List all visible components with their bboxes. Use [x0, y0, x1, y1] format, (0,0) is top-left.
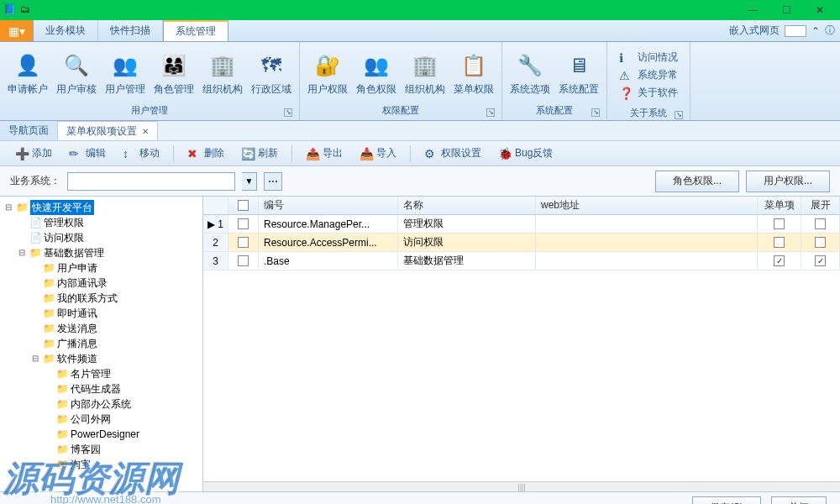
grid-header-cell[interactable]: 菜单项	[758, 197, 801, 214]
file-menu-button[interactable]: ▦▾	[0, 20, 34, 41]
doc-tab-0[interactable]: 导航页面	[0, 121, 58, 140]
doc-tab-1[interactable]: 菜单权限项设置✕	[58, 121, 158, 140]
menu-tab-1[interactable]: 快件扫描	[98, 20, 163, 41]
tree-expander-icon[interactable]: ⊟	[17, 245, 27, 260]
tree-node-14[interactable]: 📁公司外网	[2, 412, 201, 427]
group-launcher-icon[interactable]: ↘	[675, 111, 683, 119]
tree-node-7[interactable]: 📁即时通讯	[2, 306, 201, 321]
cell-code: .Base	[259, 252, 398, 270]
ribbon-icon: 👤	[14, 52, 41, 79]
cell-expand-checkbox[interactable]: ✓	[801, 252, 840, 270]
table-row[interactable]: 2Resource.AccessPermi...访问权限	[203, 234, 840, 252]
tree-node-1[interactable]: 📄管理权限	[2, 215, 201, 230]
ribbon-btn-2-0[interactable]: 🔧系统选项	[506, 45, 554, 102]
grid-header-cell[interactable]: 编号	[259, 197, 398, 214]
group-launcher-icon[interactable]: ↘	[591, 108, 600, 117]
group-launcher-icon[interactable]: ↘	[284, 108, 292, 117]
grid-header-cell[interactable]	[203, 197, 228, 214]
maximize-button[interactable]: ☐	[769, 0, 803, 20]
tool-btn-7[interactable]: 📤导出	[299, 144, 349, 163]
tree-node-6[interactable]: 📁我的联系方式	[2, 291, 201, 306]
ribbon-btn-2-1[interactable]: 🖥系统配置	[554, 45, 603, 102]
grid-header-cell[interactable]	[228, 197, 259, 214]
cell-menu-checkbox[interactable]: ✓	[758, 252, 801, 270]
tree-node-12[interactable]: 📁代码生成器	[2, 381, 201, 396]
tree-node-17[interactable]: 📁淘宝	[2, 457, 201, 472]
close-page-button[interactable]: 关闭	[771, 496, 827, 504]
collapse-ribbon-icon[interactable]: ⌃	[811, 25, 820, 37]
qat-icon[interactable]: 🗂	[20, 3, 34, 17]
ribbon-btn-1-1[interactable]: 👥角色权限	[352, 45, 401, 102]
ribbon-btn-1-0[interactable]: 🔐用户权限	[303, 45, 352, 102]
ribbon-btn-1-2[interactable]: 🏢组织机构	[401, 45, 449, 102]
doc-tab-label: 导航页面	[8, 123, 49, 138]
ribbon-btn-0-1[interactable]: 🔍用户审核	[52, 45, 101, 102]
close-icon[interactable]: ✕	[142, 127, 149, 136]
ribbon-link-2[interactable]: ❓关于软件	[619, 86, 678, 100]
tree-node-9[interactable]: 📁广播消息	[2, 336, 201, 351]
tool-btn-11[interactable]: 🐞Bug反馈	[491, 144, 559, 163]
tree-node-11[interactable]: 📁名片管理	[2, 366, 201, 381]
minimize-button[interactable]: —	[736, 0, 769, 20]
system-input[interactable]	[67, 172, 235, 191]
ribbon-link-1[interactable]: ⚠系统异常	[619, 68, 678, 82]
ribbon-btn-0-0[interactable]: 👤申请帐户	[3, 45, 52, 102]
tool-label: Bug反馈	[515, 146, 553, 160]
system-dropdown-button[interactable]: ▼	[242, 172, 257, 191]
tree-node-8[interactable]: 📁发送消息	[2, 321, 201, 336]
ribbon-btn-0-2[interactable]: 👥用户管理	[101, 45, 150, 102]
tree-node-3[interactable]: ⊟📁基础数据管理	[2, 245, 201, 260]
ribbon-group-links: ℹ访问情况⚠系统异常❓关于软件关于系统↘	[607, 42, 690, 120]
grid-scrollbar[interactable]: ||||	[203, 481, 840, 491]
tool-btn-0[interactable]: ➕添加	[8, 144, 59, 163]
row-checkbox[interactable]	[228, 252, 259, 270]
tree-expander-icon[interactable]: ⊟	[3, 200, 13, 215]
cell-name: 访问权限	[398, 234, 536, 251]
user-permission-button[interactable]: 用户权限...	[746, 171, 830, 192]
row-checkbox[interactable]	[228, 234, 259, 251]
tree-panel[interactable]: ⊟📁快速开发平台📄管理权限📄访问权限⊟📁基础数据管理📁用户申请📁内部通讯录📁我的…	[0, 197, 203, 491]
row-checkbox[interactable]	[228, 215, 259, 233]
cell-menu-checkbox[interactable]	[758, 215, 801, 233]
save-button[interactable]: 保存(S)	[692, 496, 761, 504]
embed-toggle[interactable]	[785, 25, 806, 37]
tree-node-10[interactable]: ⊟📁软件频道	[2, 351, 201, 366]
ribbon-btn-1-3[interactable]: 📋菜单权限	[449, 45, 498, 102]
tree-node-0[interactable]: ⊟📁快速开发平台	[2, 200, 201, 215]
cell-expand-checkbox[interactable]	[801, 215, 840, 233]
tool-btn-1[interactable]: ✏编辑	[62, 144, 113, 163]
menu-tab-2[interactable]: 系统管理	[163, 20, 228, 41]
tool-btn-8[interactable]: 📥导入	[353, 144, 403, 163]
ribbon-btn-0-4[interactable]: 🏢组织机构	[198, 45, 247, 102]
tree-node-16[interactable]: 📁博客园	[2, 442, 201, 457]
tool-btn-5[interactable]: 🔄刷新	[234, 144, 285, 163]
tree-node-2[interactable]: 📄访问权限	[2, 230, 201, 245]
grid-header-cell[interactable]: 名称	[398, 197, 536, 214]
group-launcher-icon[interactable]: ↘	[486, 108, 495, 117]
tool-btn-10[interactable]: ⚙权限设置	[417, 144, 488, 163]
help-icon[interactable]: ⓘ	[825, 24, 835, 38]
tool-btn-4[interactable]: ✖删除	[181, 144, 231, 163]
tree-node-4[interactable]: 📁用户申请	[2, 260, 201, 276]
ribbon-btn-0-3[interactable]: 👨‍👩‍👧角色管理	[150, 45, 198, 102]
role-permission-button[interactable]: 角色权限...	[655, 171, 739, 192]
cell-menu-checkbox[interactable]	[758, 234, 801, 251]
close-button[interactable]: ✕	[803, 0, 837, 20]
table-row[interactable]: 3.Base基础数据管理✓✓	[203, 252, 840, 270]
system-browse-button[interactable]: ⋯	[264, 172, 282, 191]
grid-header-cell[interactable]: 展开	[801, 197, 840, 214]
tree-expander-icon[interactable]: ⊟	[30, 351, 40, 366]
tree-node-5[interactable]: 📁内部通讯录	[2, 276, 201, 291]
ribbon-link-0[interactable]: ℹ访问情况	[619, 50, 678, 65]
ribbon-btn-0-5[interactable]: 🗺行政区域	[247, 45, 296, 102]
tree-node-15[interactable]: 📁PowerDesigner	[2, 427, 201, 442]
tree-node-13[interactable]: 📁内部办公系统	[2, 396, 201, 412]
table-row[interactable]: ▶ 1Resource.ManagePer...管理权限	[203, 215, 840, 234]
ribbon-btn-label: 菜单权限	[454, 82, 494, 97]
grid-header-cell[interactable]: web地址	[536, 197, 758, 214]
menu-tab-0[interactable]: 业务模块	[34, 20, 98, 41]
cell-expand-checkbox[interactable]	[801, 234, 840, 251]
tool-btn-2[interactable]: ↕移动	[116, 144, 166, 163]
checkbox-icon[interactable]	[238, 200, 249, 211]
ribbon-btn-label: 申请帐户	[8, 82, 48, 97]
